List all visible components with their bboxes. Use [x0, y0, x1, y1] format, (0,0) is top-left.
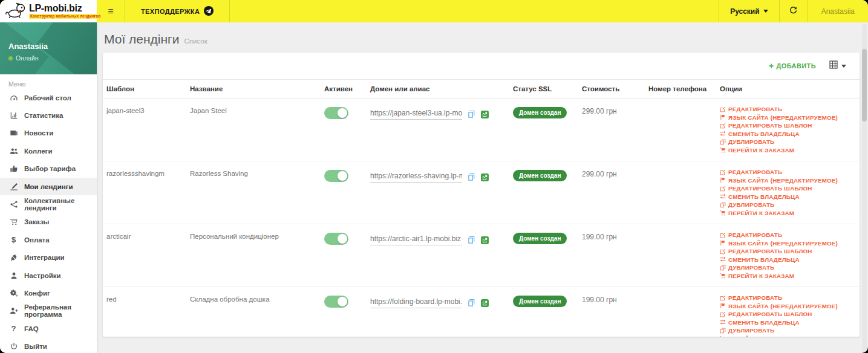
row-template-id: red [103, 287, 186, 337]
row-template-id: arcticair [103, 224, 186, 287]
active-toggle[interactable] [324, 107, 348, 119]
active-toggle[interactable] [324, 170, 348, 182]
support-label: ТЕХПОДДЕРЖКА [141, 8, 200, 15]
go-to-orders-link[interactable]: ПЕРЕЙТИ К ЗАКАЗАМ [720, 147, 856, 154]
toggle-knob [338, 297, 347, 306]
change-owner-link[interactable]: СМЕНИТЬ ВЛАДЕЛЬЦА [720, 131, 856, 137]
copy-domain-icon[interactable] [468, 173, 475, 181]
sidebar-item-news[interactable]: Новости [0, 125, 97, 142]
sidebar-item-payment[interactable]: $ Оплата [0, 231, 97, 248]
edit-link-label: РЕДАКТИРОВАТЬ [728, 169, 782, 175]
sidebar-item-config[interactable]: Конфиг [0, 284, 97, 302]
sidebar-nav: Рабочий стол Статистика Новости Коллеги … [0, 89, 97, 353]
duplicate-link[interactable]: ДУБЛИРОВАТЬ [720, 327, 856, 334]
edit-link[interactable]: РЕДАКТИРОВАТЬ [720, 169, 856, 175]
site-language-link[interactable]: ЯЗЫК САЙТА (НЕРЕДАКТИРУЕМОЕ) [720, 303, 856, 309]
header-name: Название [186, 80, 321, 99]
domain-input[interactable] [370, 172, 462, 183]
table-view-button[interactable] [829, 60, 846, 71]
edit-link[interactable]: РЕДАКТИРОВАТЬ [720, 106, 856, 112]
open-domain-icon[interactable] [481, 299, 489, 307]
row-landing-name: Japan Steel [186, 99, 321, 161]
sidebar-item-orders[interactable]: Заказы [0, 213, 97, 231]
copy-domain-icon[interactable] [468, 236, 475, 244]
sidebar-profile: Anastasiia Онлайн [0, 22, 97, 74]
sidebar-item-statistics[interactable]: Статистика [0, 106, 97, 124]
breadcrumb: Мої лендінги Список [103, 28, 860, 53]
toggle-knob [338, 171, 347, 181]
domain-input[interactable] [370, 109, 462, 120]
sidebar-item-label: Мои лендинги [24, 183, 73, 190]
domain-input[interactable] [370, 235, 462, 245]
site-language-link[interactable]: ЯЗЫК САЙТА (НЕРЕДАКТИРУЕМОЕ) [720, 114, 856, 121]
table-row: red Складна обробна дошка [103, 287, 860, 337]
share-icon [8, 200, 19, 209]
sidebar-item-label: Заказы [24, 218, 49, 225]
active-toggle[interactable] [324, 233, 348, 245]
sidebar-item-tariff[interactable]: Выбор тарифа [0, 160, 97, 178]
site-language-link[interactable]: ЯЗЫК САЙТА (НЕРЕДАКТИРУЕМОЕ) [720, 240, 856, 247]
edit-template-link[interactable]: РЕДАКТИРОВАТЬ ШАБЛОН [720, 122, 856, 129]
row-phone [645, 287, 716, 337]
site-language-link-label: ЯЗЫК САЙТА (НЕРЕДАКТИРУЕМОЕ) [728, 303, 838, 309]
edit-link[interactable]: РЕДАКТИРОВАТЬ [720, 232, 856, 238]
language-selector[interactable]: Русский [719, 0, 779, 22]
dog-logo-icon [5, 1, 27, 22]
open-domain-icon[interactable] [481, 111, 489, 118]
question-icon: ? [8, 324, 19, 333]
row-price: 199.00 грн [578, 287, 645, 337]
sidebar-item-referral[interactable]: Реферальная программа [0, 302, 97, 320]
active-toggle[interactable] [324, 296, 348, 308]
refresh-button[interactable] [779, 0, 808, 22]
user-plus-icon [8, 306, 19, 315]
site-language-link[interactable]: ЯЗЫК САЙТА (НЕРЕДАКТИРУЕМОЕ) [720, 177, 856, 184]
cart-icon [8, 218, 19, 226]
sidebar-item-settings[interactable]: Настройки [0, 267, 97, 284]
open-domain-icon[interactable] [481, 173, 489, 181]
table-row: arcticair Персональний кондиціонер [103, 224, 860, 287]
duplicate-link[interactable]: ДУБЛИРОВАТЬ [720, 201, 856, 208]
sidebar-item-collective-landings[interactable]: Коллективные лендинги [0, 195, 97, 213]
grid-icon [829, 60, 838, 71]
scrollbar[interactable] [862, 24, 867, 352]
change-owner-link[interactable]: СМЕНИТЬ ВЛАДЕЛЬЦА [720, 256, 856, 263]
support-button[interactable]: ТЕХПОДДЕРЖКА [125, 0, 230, 22]
go-to-orders-link[interactable]: ПЕРЕЙТИ К ЗАКАЗАМ [720, 273, 856, 279]
duplicate-link[interactable]: ДУБЛИРОВАТЬ [720, 264, 856, 271]
add-landing-button[interactable]: + ДОБАВИТЬ [769, 62, 816, 70]
edit-template-link[interactable]: РЕДАКТИРОВАТЬ ШАБЛОН [720, 185, 856, 192]
duplicate-link[interactable]: ДУБЛИРОВАТЬ [720, 138, 856, 145]
change-owner-link[interactable]: СМЕНИТЬ ВЛАДЕЛЬЦА [720, 193, 856, 200]
toggle-knob [338, 234, 347, 244]
landings-table: Шаблон Название Активен Домен или алиас … [103, 79, 860, 337]
topbar-username[interactable]: Anastasiia [808, 0, 868, 22]
sidebar-item-logout[interactable]: Выйти [0, 337, 97, 353]
chevron-down-icon [841, 65, 846, 68]
online-status-dot [8, 56, 13, 60]
colleagues-icon [8, 147, 19, 155]
sidebar-item-faq[interactable]: ? FAQ [0, 320, 97, 337]
brand-logo[interactable]: LP-mobi.biz Конструктор мобильных лендин… [0, 0, 97, 22]
sidebar-item-label: Статистика [24, 112, 63, 119]
open-domain-icon[interactable] [481, 236, 489, 244]
sidebar-item-my-landings[interactable]: Мои лендинги [0, 178, 97, 195]
sidebar-item-integrations[interactable]: Интеграции [0, 249, 97, 267]
change-owner-link[interactable]: СМЕНИТЬ ВЛАДЕЛЬЦА [720, 319, 856, 326]
sidebar-item-label: Настройки [24, 272, 61, 279]
domain-input[interactable] [370, 297, 462, 308]
sidebar-item-dashboard[interactable]: Рабочий стол [0, 89, 97, 106]
go-to-orders-link[interactable]: ПЕРЕЙТИ К ЗАКАЗАМ [720, 335, 856, 337]
sidebar-item-colleagues[interactable]: Коллеги [0, 142, 97, 160]
copy-domain-icon[interactable] [468, 299, 475, 307]
edit-template-link[interactable]: РЕДАКТИРОВАТЬ ШАБЛОН [720, 248, 856, 254]
refresh-icon [789, 5, 798, 17]
edit-link[interactable]: РЕДАКТИРОВАТЬ [720, 294, 856, 301]
page-title: Мої лендінги [104, 32, 180, 47]
copy-domain-icon[interactable] [468, 111, 475, 118]
header-ssl: Статус SSL [509, 80, 578, 99]
edit-template-link[interactable]: РЕДАКТИРОВАТЬ ШАБЛОН [720, 311, 856, 317]
go-to-orders-link[interactable]: ПЕРЕЙТИ К ЗАКАЗАМ [720, 210, 856, 216]
sidebar-toggle-button[interactable]: ≡ [97, 0, 125, 22]
scrollbar-thumb[interactable] [862, 49, 867, 121]
row-phone [645, 99, 716, 161]
